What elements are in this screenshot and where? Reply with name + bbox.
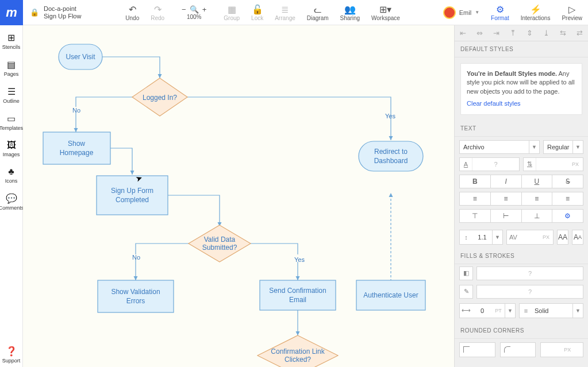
default-styles-note: You're in Default Styles mode. Any style… <box>460 63 582 115</box>
align-tools[interactable]: ⇤⇔⇥ ⤒⇕⤓ ⇆⇄ <box>455 25 588 41</box>
valign-top-button[interactable]: ⊤ <box>459 209 491 223</box>
svg-text:Errors: Errors <box>126 297 145 305</box>
rail-templates[interactable]: ▭Templates <box>0 111 22 134</box>
align-left-icon: ⇤ <box>455 25 471 41</box>
letter-spacing-input[interactable]: AVPX <box>506 230 554 245</box>
corner-square-button[interactable] <box>459 342 495 357</box>
interactions-tab[interactable]: ⚡ Interactions <box>515 3 556 21</box>
section-fills: FILLS & STROKES <box>455 248 588 264</box>
svg-text:Show: Show <box>68 140 85 148</box>
font-weight-select[interactable]: Regular▼ <box>543 140 583 154</box>
bold-button[interactable]: B <box>459 175 491 188</box>
rail-icons[interactable]: ♣Icons <box>0 164 22 187</box>
canvas[interactable]: No Yes No Yes User Visit L <box>23 25 454 367</box>
fill-swatch[interactable]: ◧ <box>459 266 473 280</box>
valign-middle-button[interactable]: ⊢ <box>491 209 522 223</box>
stroke-value[interactable]: ? <box>476 285 583 299</box>
corner-radius-input[interactable]: PX <box>540 342 583 357</box>
valign-bottom-button[interactable]: ⊥ <box>522 209 553 223</box>
images-icon: 🖼 <box>7 140 16 150</box>
svg-text:Redirect to: Redirect to <box>374 148 408 156</box>
distribute-v-icon: ⇄ <box>571 25 588 41</box>
node-redirect-dashboard[interactable] <box>359 141 423 171</box>
format-icon: ⚙ <box>496 3 504 15</box>
stroke-swatch[interactable]: ✎ <box>459 285 473 299</box>
left-rail: ⊞Stencils ▤Pages ☰Outline ▭Templates 🖼Im… <box>0 25 23 367</box>
mixedcase-button[interactable]: AA <box>572 230 583 245</box>
app-logo[interactable]: m <box>0 0 23 25</box>
section-corners: ROUNDED CORNERS <box>455 323 588 339</box>
arrange-icon: ≣ <box>281 3 289 15</box>
node-validation-errors[interactable] <box>98 280 174 312</box>
strike-button[interactable]: S̶ <box>552 175 583 188</box>
svg-text:Clicked?: Clicked? <box>285 356 311 364</box>
preview-icon: ▷ <box>568 3 575 15</box>
align-bottom-icon: ⤓ <box>538 25 555 41</box>
doc-title[interactable]: Doc-a-point <box>44 5 81 13</box>
underline-button[interactable]: U <box>522 175 553 188</box>
rail-images[interactable]: 🖼Images <box>0 138 22 161</box>
zoom-control[interactable]: −🔍+ 100% <box>176 5 212 20</box>
align-top-icon: ⤒ <box>505 25 521 41</box>
svg-text:Dashboard: Dashboard <box>374 157 408 165</box>
group-button[interactable]: ▦ Group <box>218 3 245 21</box>
templates-icon: ▭ <box>7 113 16 124</box>
section-text: TEXT <box>455 121 588 137</box>
font-color-input[interactable]: A? <box>459 157 520 171</box>
text-valign-buttons[interactable]: ⊤ ⊢ ⊥ ⚙ <box>455 209 588 226</box>
node-send-email[interactable] <box>260 280 336 310</box>
stencils-icon: ⊞ <box>7 32 15 43</box>
align-justify-button[interactable]: ≡ <box>552 192 583 206</box>
font-size-input[interactable]: ⇅PX <box>523 157 583 171</box>
document-title-block: 🔒 Doc-a-point Sign Up Flow <box>23 5 88 20</box>
line-height-input[interactable]: ↕1.1▼ <box>459 230 503 245</box>
fill-value[interactable]: ? <box>476 266 583 280</box>
arrange-button[interactable]: ≣ Arrange <box>269 3 301 21</box>
stroke-style-select[interactable]: ≡Solid▼ <box>519 303 583 318</box>
undo-button[interactable]: ↶ Undo <box>120 3 145 21</box>
clear-default-styles-link[interactable]: Clear default styles <box>467 99 521 108</box>
corner-round-button[interactable] <box>500 342 536 357</box>
format-tab[interactable]: ⚙ Format <box>485 3 515 21</box>
text-style-buttons[interactable]: B I U S̶ <box>455 175 588 192</box>
sharing-button[interactable]: 👥 Sharing <box>335 3 366 21</box>
font-family-select[interactable]: Archivo▼ <box>459 140 540 154</box>
redo-button[interactable]: ↷ Redo <box>145 3 170 21</box>
diagram-button[interactable]: ᓚ Diagram <box>301 3 335 21</box>
italic-button[interactable]: I <box>491 175 522 188</box>
svg-text:Homepage: Homepage <box>60 149 94 157</box>
text-settings-button[interactable]: ⚙ <box>552 209 583 223</box>
rail-pages[interactable]: ▤Pages <box>0 57 22 80</box>
svg-text:Show Validation: Show Validation <box>111 288 160 296</box>
rail-support[interactable]: ❓Support <box>0 343 22 367</box>
node-show-homepage[interactable] <box>43 132 110 164</box>
lock-button[interactable]: 🔓 Lock <box>245 3 269 21</box>
rail-comments[interactable]: 💬Comments <box>0 191 22 214</box>
stroke-width-input[interactable]: ⟷0PT▼ <box>459 303 516 318</box>
support-icon: ❓ <box>6 346 17 357</box>
align-right-icon: ⇥ <box>488 25 505 41</box>
workspace-button[interactable]: ⊞▾ Workspace <box>366 3 406 21</box>
user-menu[interactable]: Emil▼ <box>437 6 485 19</box>
group-icon: ▦ <box>228 3 236 15</box>
preview-tab[interactable]: ▷ Preview <box>556 3 588 21</box>
node-signup-completed[interactable] <box>97 176 168 215</box>
svg-text:User Visit: User Visit <box>66 53 95 61</box>
uppercase-button[interactable]: AA <box>557 230 568 245</box>
doc-subtitle[interactable]: Sign Up Flow <box>44 13 81 20</box>
diagram-icon: ᓚ <box>314 3 322 15</box>
align-right-button[interactable]: ≡ <box>522 192 553 206</box>
icons-icon: ♣ <box>8 167 14 177</box>
rail-outline[interactable]: ☰Outline <box>0 84 22 107</box>
lock-icon: 🔒 <box>30 8 39 17</box>
rail-stencils[interactable]: ⊞Stencils <box>0 30 22 53</box>
svg-text:No: No <box>132 254 140 261</box>
distribute-h-icon: ⇆ <box>555 25 571 41</box>
svg-text:No: No <box>72 107 80 114</box>
redo-icon: ↷ <box>154 3 162 15</box>
align-center-button[interactable]: ≡ <box>491 192 522 206</box>
svg-text:Authenticate User: Authenticate User <box>363 291 418 299</box>
align-left-button[interactable]: ≡ <box>459 192 491 206</box>
text-align-buttons[interactable]: ≡ ≡ ≡ ≡ <box>455 192 588 209</box>
svg-text:Yes: Yes <box>385 113 395 119</box>
